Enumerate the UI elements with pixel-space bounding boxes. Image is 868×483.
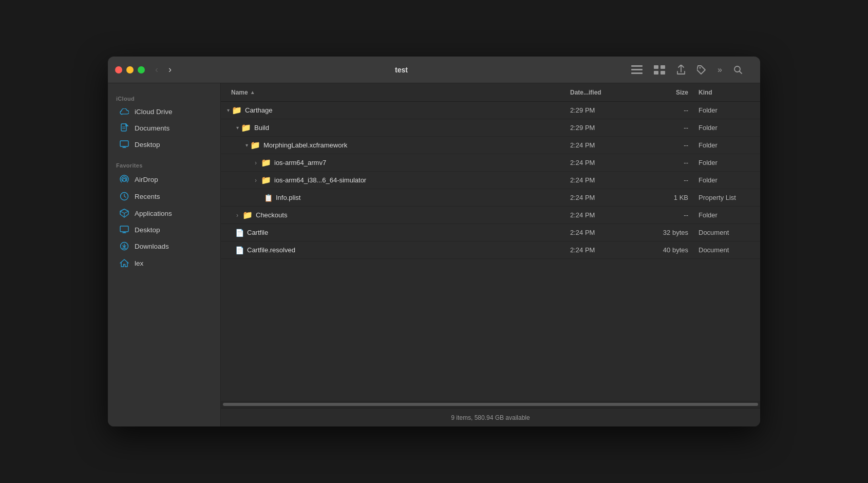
desktop-fav-icon [119,226,129,234]
finder-window: ‹ › test [108,57,760,426]
airdrop-icon [119,175,129,184]
file-kind: Document [688,229,760,236]
downloads-label: Downloads [135,243,169,250]
file-size: -- [637,211,688,219]
table-row[interactable]: › 📁 ios-arm64_armv7 2:24 PM -- Folder [221,154,760,172]
svg-line-19 [124,211,128,213]
svg-line-9 [740,71,742,73]
table-row[interactable]: ▾ 📁 MorphingLabel.xcframework 2:24 PM --… [221,137,760,154]
search-button[interactable] [731,63,745,77]
view-list-button[interactable] [629,63,645,77]
file-date: 2:24 PM [570,141,637,149]
kind-column-header[interactable]: Kind [688,89,760,96]
file-name: Checkouts [256,211,287,219]
file-name: Info.plist [276,194,300,201]
share-button[interactable] [674,63,688,77]
maximize-button[interactable] [138,66,145,73]
folder-icon: 📁 [250,140,260,150]
svg-rect-21 [120,226,128,232]
file-size: -- [637,124,688,132]
status-text: 9 items, 580.94 GB available [451,414,530,421]
traffic-lights [115,66,145,73]
name-column-header[interactable]: Name ▲ [221,89,570,96]
table-row[interactable]: ▾ 📁 Carthage 2:29 PM -- Folder [221,102,760,119]
status-bar: 9 items, 580.94 GB available [221,408,760,426]
file-kind: Folder [688,141,760,149]
file-name: Build [254,124,269,132]
svg-rect-2 [631,72,643,74]
sidebar-item-downloads[interactable]: Downloads [111,238,217,254]
table-row[interactable]: › 📁 Checkouts 2:24 PM -- Folder [221,207,760,224]
sidebar-item-applications[interactable]: Applications [111,205,217,221]
sort-arrow: ▲ [250,89,255,95]
expand-chevron: › [255,159,257,166]
sidebar-item-icloud-drive[interactable]: iCloud Drive [111,104,217,119]
downloads-icon [119,242,129,251]
sidebar-item-lex[interactable]: lex [111,255,217,271]
sidebar-item-airdrop[interactable]: AirDrop [111,171,217,188]
forward-button[interactable]: › [166,62,174,77]
file-size: -- [637,141,688,149]
svg-rect-0 [631,65,643,67]
file-name: Carthage [245,106,272,114]
sidebar-item-desktop-icloud[interactable]: Desktop [111,137,217,152]
table-row[interactable]: › 📁 ios-arm64_i38...6_64-simulator 2:24 … [221,172,760,189]
folder-icon: 📁 [232,105,242,115]
recents-label: Recents [135,193,160,200]
svg-point-16 [123,178,126,181]
table-row[interactable]: 📄 Cartfile 2:24 PM 32 bytes Document [221,224,760,242]
file-list-container: Name ▲ Date...ified Size Kind ▾ 📁 Cartha… [221,83,760,426]
file-name: Cartfile [247,229,268,236]
more-button[interactable]: » [715,63,724,77]
svg-rect-1 [631,69,643,70]
file-name: MorphingLabel.xcframework [263,141,347,149]
file-date: 2:24 PM [570,211,637,219]
sidebar-item-documents[interactable]: Documents [111,120,217,136]
close-button[interactable] [115,66,122,73]
column-headers: Name ▲ Date...ified Size Kind [221,83,760,102]
file-kind: Folder [688,211,760,219]
file-date: 2:29 PM [570,106,637,114]
svg-line-18 [120,211,124,213]
icloud-section-label: iCloud [108,91,220,104]
file-size: 1 KB [637,194,688,201]
sidebar-item-recents[interactable]: Recents [111,188,217,205]
file-date: 2:24 PM [570,194,637,201]
view-grid-button[interactable] [652,63,667,77]
table-row[interactable]: 📋 Info.plist 2:24 PM 1 KB Property List [221,189,760,207]
file-list: ▾ 📁 Carthage 2:29 PM -- Folder ▾ 📁 Build [221,102,760,401]
file-size: 40 bytes [637,246,688,254]
file-name: ios-arm64_i38...6_64-simulator [274,176,366,184]
file-size: -- [637,176,688,184]
documents-label: Documents [135,124,169,132]
expand-chevron: ▾ [236,125,239,131]
file-date: 2:24 PM [570,229,637,236]
size-column-header[interactable]: Size [637,89,688,96]
table-row[interactable]: 📄 Cartfile.resolved 2:24 PM 40 bytes Doc… [221,242,760,259]
file-date: 2:24 PM [570,246,637,254]
document-icon: 📄 [235,246,244,254]
file-kind: Document [688,246,760,254]
tag-button[interactable] [695,63,708,77]
svg-rect-3 [654,65,658,69]
desktop-fav-label: Desktop [135,226,160,234]
horizontal-scrollbar[interactable] [221,401,760,408]
back-button[interactable]: ‹ [153,62,160,77]
minimize-button[interactable] [126,66,134,73]
file-kind: Folder [688,106,760,114]
toolbar-right: » [629,63,745,77]
airdrop-label: AirDrop [135,176,158,183]
desktop-icloud-icon [119,140,129,148]
folder-icon: 📁 [261,158,271,168]
sidebar-item-desktop[interactable]: Desktop [111,222,217,237]
expand-chevron: › [255,177,257,184]
scrollbar-track[interactable] [223,403,758,406]
svg-rect-13 [120,141,128,146]
svg-rect-4 [661,65,665,69]
home-icon [119,258,129,268]
lex-label: lex [135,259,143,267]
date-column-header[interactable]: Date...ified [570,89,637,96]
favorites-section-label: Favorites [108,158,220,171]
table-row[interactable]: ▾ 📁 Build 2:29 PM -- Folder [221,119,760,137]
file-kind: Folder [688,124,760,132]
